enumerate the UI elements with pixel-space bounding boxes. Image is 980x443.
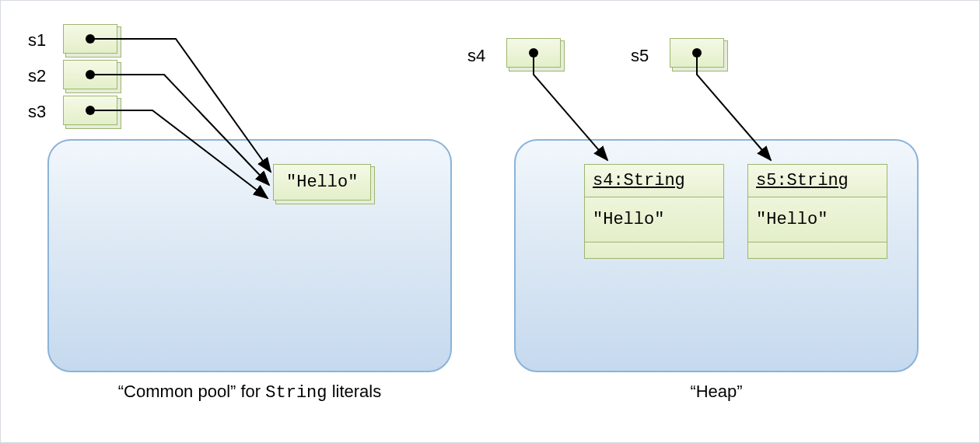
var-label-s1: s1: [28, 30, 46, 51]
pool-literal-box: "Hello": [273, 164, 371, 201]
heap-object-s4: s4:String "Hello": [584, 164, 724, 259]
heap-object-header: s5:String: [748, 165, 887, 197]
common-pool-region: [47, 139, 452, 372]
dot-icon: [86, 34, 95, 44]
heap-object-s5: s5:String "Hello": [747, 164, 887, 259]
ref-box-s4: [506, 38, 561, 68]
caption-type: String: [265, 383, 327, 403]
ref-box-s5: [670, 38, 724, 68]
heap-caption: “Heap”: [514, 382, 919, 402]
dot-icon: [86, 70, 95, 79]
heap-object-value: "Hello": [585, 197, 723, 242]
var-label-s5: s5: [631, 46, 649, 66]
heap-object-footer: [585, 242, 723, 258]
var-label-s2: s2: [28, 66, 46, 86]
var-label-s4: s4: [467, 46, 485, 66]
heap-object-value: "Hello": [748, 197, 887, 242]
caption-text: “Common pool” for: [118, 382, 266, 401]
ref-box-s1: [63, 24, 117, 54]
ref-box-s3: [63, 96, 117, 125]
heap-object-footer: [748, 242, 887, 258]
dot-icon: [86, 106, 95, 115]
dot-icon: [529, 48, 538, 58]
var-label-s3: s3: [28, 102, 46, 122]
heap-object-header: s4:String: [585, 165, 723, 197]
ref-box-s2: [63, 60, 117, 89]
common-pool-caption: “Common pool” for String literals: [47, 382, 452, 403]
caption-text: literals: [327, 382, 382, 401]
diagram-canvas: s1 s2 s3 s4 s5 "Hello" s4:String "Hello"…: [0, 0, 980, 443]
dot-icon: [692, 48, 702, 58]
